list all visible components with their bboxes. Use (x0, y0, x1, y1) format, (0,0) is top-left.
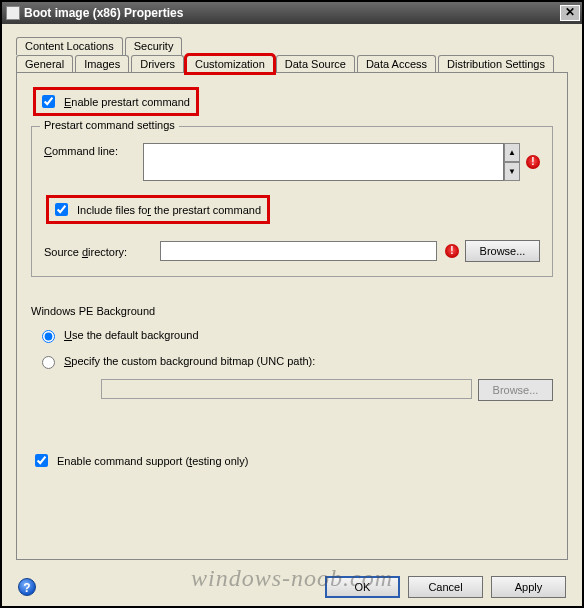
enable-prestart-checkbox[interactable] (42, 95, 55, 108)
command-line-down-button[interactable]: ▼ (504, 162, 520, 181)
client-area: Content Locations Security General Image… (4, 24, 580, 604)
include-files-row: Include files for the prestart command (44, 193, 540, 226)
specify-bg-row: Specify the custom background bitmap (UN… (31, 353, 553, 369)
enable-command-support-checkbox[interactable] (35, 454, 48, 467)
command-line-row: Command line: ▲ ▼ ! (44, 143, 540, 181)
source-directory-warning-icon: ! (445, 244, 459, 258)
help-icon[interactable]: ? (18, 578, 36, 596)
source-directory-browse-button[interactable]: Browse... (465, 240, 540, 262)
specify-bg-radio[interactable] (42, 356, 55, 369)
include-files-checkbox[interactable] (55, 203, 68, 216)
tab-images[interactable]: Images (75, 55, 129, 73)
source-directory-row: Source directory: ! Browse... (44, 240, 540, 262)
window-title: Boot image (x86) Properties (24, 6, 183, 20)
tab-strip: Content Locations Security General Image… (16, 36, 568, 72)
dialog-button-bar: ? OK Cancel Apply (4, 576, 580, 598)
prestart-group-title: Prestart command settings (40, 119, 179, 131)
unc-path-row: Browse... (31, 379, 553, 401)
command-line-label: Command line: (44, 143, 139, 157)
include-files-label: Include files for the prestart command (77, 204, 261, 216)
tab-distribution-settings[interactable]: Distribution Settings (438, 55, 554, 73)
titlebar[interactable]: Boot image (x86) Properties ✕ (2, 2, 582, 24)
unc-browse-button: Browse... (478, 379, 553, 401)
use-default-bg-row: Use the default background (31, 327, 553, 343)
enable-prestart-row: Enable prestart command (31, 85, 553, 118)
enable-prestart-label: Enable prestart command (64, 96, 190, 108)
window-icon (6, 6, 20, 20)
command-line-warning-icon: ! (526, 155, 540, 169)
apply-button[interactable]: Apply (491, 576, 566, 598)
use-default-bg-label: Use the default background (64, 329, 199, 341)
enable-command-support-row: Enable command support (testing only) (31, 449, 553, 472)
specify-bg-label: Specify the custom background bitmap (UN… (64, 355, 315, 367)
enable-command-support-label: Enable command support (testing only) (57, 455, 248, 467)
tab-content-locations[interactable]: Content Locations (16, 37, 123, 55)
command-line-up-button[interactable]: ▲ (504, 143, 520, 162)
tab-security[interactable]: Security (125, 37, 183, 55)
tab-customization[interactable]: Customization (186, 55, 274, 73)
tab-drivers[interactable]: Drivers (131, 55, 184, 73)
command-line-spin: ▲ ▼ (504, 143, 520, 181)
tab-data-source[interactable]: Data Source (276, 55, 355, 73)
close-button[interactable]: ✕ (560, 5, 580, 21)
prestart-groupbox: Prestart command settings Command line: … (31, 126, 553, 277)
pe-background-title: Windows PE Background (31, 305, 553, 317)
unc-path-input (101, 379, 472, 399)
tab-general[interactable]: General (16, 55, 73, 73)
source-directory-label: Source directory: (44, 244, 154, 258)
command-line-input[interactable] (143, 143, 504, 181)
tab-panel-customization: Enable prestart command Prestart command… (16, 72, 568, 560)
tab-data-access[interactable]: Data Access (357, 55, 436, 73)
cancel-button[interactable]: Cancel (408, 576, 483, 598)
ok-button[interactable]: OK (325, 576, 400, 598)
properties-window: Boot image (x86) Properties ✕ Content Lo… (0, 0, 584, 608)
source-directory-input[interactable] (160, 241, 437, 261)
use-default-bg-radio[interactable] (42, 330, 55, 343)
